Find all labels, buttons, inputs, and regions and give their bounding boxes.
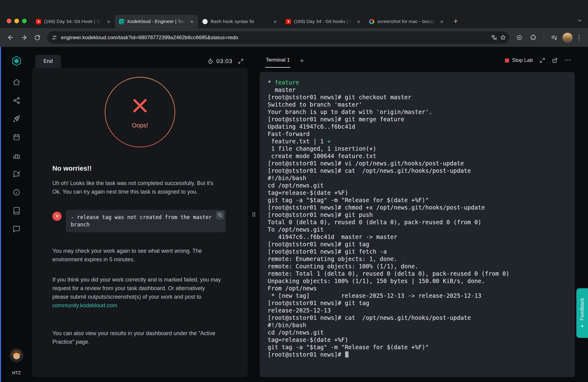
docs-book-icon[interactable] (13, 207, 21, 215)
browser-tabs: (169) Day 34: Git Hook | 100×KodeKloud -… (32, 13, 448, 28)
chat-icon[interactable] (13, 225, 21, 233)
stop-square-icon (505, 59, 509, 62)
info-icon[interactable] (13, 188, 21, 196)
terminal-cursor (345, 351, 349, 357)
terminal-line: [root@ststor01 news]# chmod +x /opt/news… (268, 204, 567, 211)
error-message-box: - release tag was not created from the m… (66, 210, 226, 232)
browser-menu-icon[interactable]: ⋮ (575, 34, 584, 42)
tab-title: (169) Day 34 : Git hooks | kod (294, 19, 352, 24)
feedback-button[interactable]: Feedback (576, 288, 588, 338)
tracking-protection-eye-off-icon[interactable] (491, 34, 497, 41)
terminal-line: Fast-forward (268, 130, 567, 138)
stopwatch-icon (207, 58, 213, 64)
tab-strip: (169) Day 34: Git Hook | 100×KodeKloud -… (0, 0, 588, 28)
tab-title: screenshot for mac - Google (377, 19, 435, 24)
terminal-line: remote: Counting objects: 100% (1/1), do… (268, 263, 567, 270)
terminal-line: git tag -a "$tag" -m "Release for $(date… (268, 343, 567, 351)
terminal-line: tag=release-$(date +%F) (268, 189, 567, 196)
task-result-card: Oops! No worries!! Uh oh! Looks like the… (32, 68, 248, 377)
terminal-line: [root@ststor01 news]# vi /opt/news.git/h… (268, 160, 567, 167)
leaderboard-icon[interactable] (13, 152, 21, 160)
terminal-line: Switched to branch 'master' (268, 101, 567, 108)
workflow-icon[interactable] (13, 96, 21, 104)
site-settings-tune-icon[interactable] (51, 35, 57, 40)
tab-end[interactable]: End (35, 55, 61, 68)
close-window-button[interactable] (7, 19, 11, 23)
terminal-line: 1 file changed, 1 insertion(+) (268, 145, 567, 152)
user-initials-badge: HTZ (12, 370, 21, 375)
app-sidebar: HTZ (1, 47, 32, 382)
terminal-line: #!/bin/bash (268, 174, 567, 182)
address-bar[interactable]: engineer.kodekloud.com/task?id=680787723… (47, 31, 509, 44)
bookmark-star-icon[interactable] (500, 34, 506, 41)
tab-title: KodeKloud - Engineer | Task (127, 19, 186, 24)
terminal-output[interactable]: * feature master[root@ststor01 news]# gi… (260, 72, 575, 377)
more-menu-icon[interactable]: ⋯ (564, 57, 571, 64)
terminal-line: remote: Total 1 (delta 0), reused 0 (del… (268, 270, 567, 277)
terminal-panel: Terminal 1 + Stop Lab ⋯ * feature (260, 50, 575, 377)
browser-tab[interactable]: screenshot for mac - Google× (365, 15, 448, 28)
review-message: If you think you did your work correctly… (52, 276, 221, 310)
task-timer: 03:03 (207, 58, 232, 65)
terminal-line: [root@ststor01 news]# git checkout maste… (268, 93, 567, 101)
terminal-line: Your branch is up to date with 'origin/m… (268, 108, 567, 115)
extensions-puzzle-icon[interactable] (527, 32, 539, 44)
google-favicon (369, 19, 374, 24)
tab-search-chevron-icon[interactable] (575, 16, 585, 25)
chat-favicon (202, 19, 208, 24)
home-icon[interactable] (13, 78, 21, 86)
result-title: Oops! (132, 122, 148, 129)
rocket-icon[interactable] (13, 115, 21, 123)
terminal-line: Unpacking objects: 100% (1/1), 150 bytes… (268, 277, 567, 285)
terminal-line: [root@ststor01 news]# git merge feature (268, 115, 567, 123)
tab-close-icon[interactable]: × (355, 18, 362, 25)
terminal-line: cd /opt/news.git (268, 182, 567, 189)
open-in-new-icon[interactable] (552, 58, 558, 63)
new-terminal-button[interactable]: + (290, 57, 305, 68)
tab-terminal-1[interactable]: Terminal 1 (265, 57, 290, 68)
resize-handle[interactable] (253, 212, 255, 217)
back-button[interactable] (4, 32, 17, 44)
feedback-pencil-icon[interactable] (13, 170, 21, 178)
tab-title: Bash hook syntax fix (211, 19, 269, 24)
tab-close-icon[interactable]: × (272, 18, 278, 25)
terminal-line: * [new tag] release-2025-12-13 -> releas… (268, 292, 567, 299)
terminal-line: To /opt/news.git (268, 226, 567, 233)
terminal-line: [root@ststor01 news]# git fetch -a (268, 248, 567, 255)
expand-panel-icon[interactable] (238, 59, 243, 64)
browser-tab[interactable]: (169) Day 34: Git Hook | 100× (32, 15, 115, 28)
terminal-line: remote: Enumerating objects: 1, done. (268, 255, 567, 263)
tab-close-icon[interactable]: × (439, 18, 445, 25)
media-controls-icon[interactable] (548, 32, 560, 44)
forward-button[interactable] (18, 32, 30, 44)
kodekloud-task-page: HTZ End 03:03 (0, 47, 588, 382)
browser-tab[interactable]: KodeKloud - Engineer | Task× (115, 15, 198, 28)
browser-tab[interactable]: (169) Day 34 : Git hooks | kod× (281, 15, 365, 28)
failure-x-icon (130, 96, 150, 116)
panel-divider (248, 47, 260, 382)
reload-button[interactable] (31, 32, 43, 44)
lens-icon[interactable] (513, 32, 525, 44)
user-avatar[interactable] (9, 348, 24, 362)
browser-window: (169) Day 34: Git Hook | 100×KodeKloud -… (0, 0, 588, 382)
browser-tab[interactable]: Bash hook syntax fix× (198, 15, 281, 28)
new-tab-button[interactable]: + (450, 15, 462, 27)
tab-close-icon[interactable]: × (105, 18, 112, 25)
result-circle: Oops! (105, 77, 175, 147)
terminal-line: [root@ststor01 news]# (268, 351, 567, 358)
tab-close-icon[interactable]: × (189, 18, 195, 25)
kodekloud-logo[interactable] (11, 55, 22, 66)
calendar-icon[interactable] (13, 133, 21, 141)
stop-lab-button[interactable]: Stop Lab (505, 57, 533, 63)
terminal-line: Total 0 (delta 0), reused 0 (delta 0), p… (268, 218, 567, 226)
community-link[interactable]: community.kodekloud.com (52, 302, 117, 308)
terminal-header: Terminal 1 + Stop Lab ⋯ (260, 50, 575, 68)
copy-icon[interactable] (216, 211, 224, 219)
minimize-window-button[interactable] (14, 19, 19, 23)
expand-terminal-icon[interactable] (540, 58, 545, 63)
fullscreen-window-button[interactable] (22, 19, 27, 23)
terminal-line: feature.txt | 1 + (268, 138, 567, 145)
kodekloud-favicon (119, 19, 124, 24)
timer-value: 03:03 (216, 58, 232, 65)
profile-avatar[interactable] (562, 32, 573, 43)
